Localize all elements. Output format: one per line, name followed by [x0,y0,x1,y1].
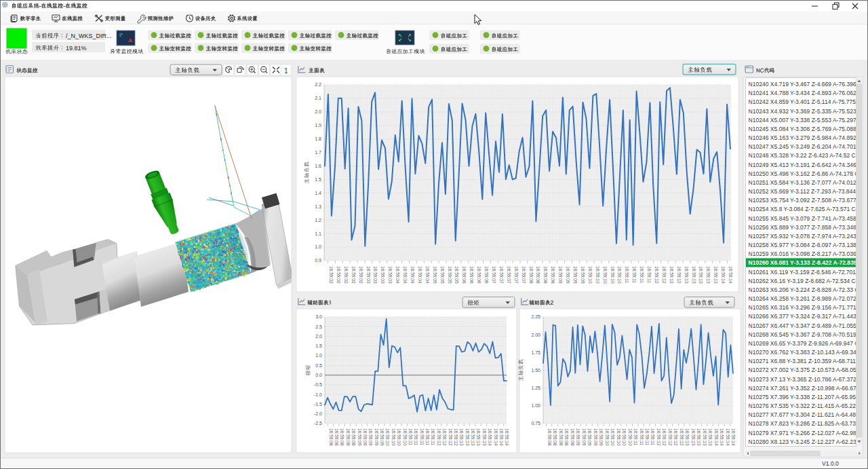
svg-text:16:59:11: 16:59:11 [639,428,644,446]
svg-text:16:59:13: 16:59:13 [476,428,481,446]
svg-text:N10254 X5.8 Y-3.084 Z-7.625 A-: N10254 X5.8 Y-3.084 Z-7.625 A-73.571 C= [749,206,859,212]
svg-text:16:59:14: 16:59:14 [719,428,724,446]
svg-text:3.0: 3.0 [315,314,322,319]
svg-text:-0.5: -0.5 [314,382,322,387]
svg-text:16:59:13: 16:59:13 [684,266,689,284]
svg-text:N10265 X6.316 Y-3.296 Z-9.156: N10265 X6.316 Y-3.296 Z-9.156 A-71.771 [749,304,856,311]
svg-text:16:59:03: 16:59:03 [366,266,371,284]
svg-text:16:59:08: 16:59:08 [559,428,564,446]
svg-text:N10262 X6.16 Y-3.19 Z-8.682 A-: N10262 X6.16 Y-3.19 Z-8.682 A-72.534 C= [749,278,859,284]
svg-text:16:59:10: 16:59:10 [610,428,615,446]
svg-text:16:59:14: 16:59:14 [728,266,733,284]
svg-text:16:59:07: 16:59:07 [521,266,526,284]
svg-text:16:59:13: 16:59:13 [691,428,696,446]
svg-text:N10263 X6.206 Y-3.224 Z-8.828: N10263 X6.206 Y-3.224 Z-8.828 A-72.33 C [749,286,859,293]
svg-text:-1.0: -1.0 [314,392,322,397]
svg-text:1.1: 1.1 [315,231,321,236]
svg-text:16:59:06: 16:59:06 [484,266,489,284]
svg-text:16:59:12: 16:59:12 [662,266,667,284]
svg-text:16:59:07: 16:59:07 [514,266,519,284]
svg-text:/_N_WKS_DIR...: /_N_WKS_DIR... [66,33,112,39]
svg-text:2.0: 2.0 [315,109,321,114]
svg-text:N10268 X6.545 Y-3.367 Z-9.708: N10268 X6.545 Y-3.367 Z-9.708 A-70.519 [749,331,856,338]
svg-text:N10243 X4.932 Y-3.369 Z-5.335: N10243 X4.932 Y-3.369 Z-5.335 A-75.523 [749,108,856,115]
svg-text:16:59:05: 16:59:05 [448,266,452,284]
svg-text:16:59:09: 16:59:09 [593,428,598,446]
svg-text:2.00: 2.00 [531,333,540,337]
svg-text:16:59:13: 16:59:13 [713,266,718,284]
svg-text:16:59:10: 16:59:10 [616,428,621,446]
svg-text:1.00: 1.00 [531,403,540,408]
svg-text:16:59:04: 16:59:04 [395,266,400,284]
svg-text:2.25: 2.25 [531,314,540,319]
svg-text:N10252 X5.669 Y-3.112 Z-7.293: N10252 X5.669 Y-3.112 Z-7.293 A-73.844 [749,188,856,195]
svg-text:16:59:10: 16:59:10 [385,428,390,446]
svg-text:N10280 X8.123 Y-3.245 Z-12.227: N10280 X8.123 Y-3.245 Z-12.227 A-62.23 [749,438,856,445]
svg-text:N10260 X6.081 Y-3.133 Z-8.422: N10260 X6.081 Y-3.133 Z-8.422 A-72.835 [749,259,857,266]
svg-text:16:59:02: 16:59:02 [336,266,341,284]
svg-text:16:59:14: 16:59:14 [731,428,736,446]
svg-text:16:59:06: 16:59:06 [469,266,474,284]
svg-text:N10242 X4.859 Y-3.401 Z-5.114: N10242 X4.859 Y-3.401 Z-5.114 A-75.775 [749,98,856,105]
svg-text:16:59:10: 16:59:10 [622,428,627,446]
svg-text:1.7: 1.7 [315,150,321,155]
svg-text:N10245 X5.084 Y-3.308 Z-5.769: N10245 X5.084 Y-3.308 Z-5.769 A-75.088 [749,126,856,132]
svg-text:16:59:09: 16:59:09 [566,266,570,284]
svg-text:16:59:10: 16:59:10 [588,266,593,284]
svg-text:N10278 X7.823 Y-3.286 Z-11.825: N10278 X7.823 Y-3.286 Z-11.825 A-63.73 [749,420,856,427]
svg-text:16:59:11: 16:59:11 [625,266,629,284]
svg-text:N10244 X5.007 Y-3.338 Z-5.553: N10244 X5.007 Y-3.338 Z-5.553 A-75.297 [749,117,856,124]
svg-text:16:59:11: 16:59:11 [632,266,637,284]
svg-text:16:59:11: 16:59:11 [431,428,435,446]
svg-text:2.1: 2.1 [315,96,321,100]
svg-text:16:59:04: 16:59:04 [418,266,422,284]
svg-text:N10241 X4.788 Y-3.434 Z-4.893: N10241 X4.788 Y-3.434 Z-4.893 A-76.062 [749,90,856,96]
svg-text:N10277 X7.677 Y-3.304 Z-11.621: N10277 X7.677 Y-3.304 Z-11.621 A-64.48 [749,411,856,418]
svg-text:N10246 X5.163 Y-3.279 Z-5.984: N10246 X5.163 Y-3.279 Z-5.984 A-74.892 [749,134,856,141]
svg-text:16:59:09: 16:59:09 [368,428,373,446]
svg-text:16:59:14: 16:59:14 [714,428,719,446]
svg-text:1: 1 [284,67,288,75]
svg-text:0.5: 0.5 [315,363,322,368]
svg-text:N10256 X5.889 Y-3.077 Z-7.858: N10256 X5.889 Y-3.077 Z-7.858 A-73.348 [749,224,856,231]
svg-text:N10267 X6.447 Y-3.347 Z-9.489: N10267 X6.447 Y-3.347 Z-9.489 A-71.055 [749,322,856,329]
svg-text:16:59:13: 16:59:13 [459,428,464,446]
svg-text:N10250 X5.498 Y-3.162 Z-6.86 A: N10250 X5.498 Y-3.162 Z-6.86 A-74.178 C [749,170,859,177]
svg-text:16:59:05: 16:59:05 [433,266,437,284]
svg-text:16:59:11: 16:59:11 [414,428,418,446]
svg-text:16:59:13: 16:59:13 [471,428,475,446]
svg-text:16:59:11: 16:59:11 [420,428,425,446]
svg-text:0.9: 0.9 [315,258,321,263]
svg-text:16:59:10: 16:59:10 [605,428,610,446]
svg-text:16:59:09: 16:59:09 [357,428,362,446]
svg-text:N10274 X7.261 Y-3.352 Z-10.998: N10274 X7.261 Y-3.352 Z-10.998 A-66.67 [749,385,856,392]
svg-text:16:59:09: 16:59:09 [363,428,368,446]
svg-text:N10272 X7.002 Y-3.375 Z-10.573: N10272 X7.002 Y-3.375 Z-10.573 A-68.05 [749,367,856,373]
svg-text:16:59:09: 16:59:09 [587,428,592,446]
svg-text:16:59:08: 16:59:08 [329,428,334,446]
svg-text:16:59:13: 16:59:13 [708,428,713,446]
svg-text:16:59:14: 16:59:14 [488,428,492,446]
svg-text:16:59:02: 16:59:02 [329,266,334,284]
svg-text:16:59:11: 16:59:11 [639,266,644,284]
svg-text:16:59:12: 16:59:12 [448,428,453,446]
svg-text:N10266 X6.377 Y-3.324 Z-9.317: N10266 X6.377 Y-3.324 Z-9.317 A-71.443 [749,313,856,320]
svg-text:16:59:12: 16:59:12 [662,428,667,446]
svg-text:N10253 X5.754 Y-3.092 Z-7.508: N10253 X5.754 Y-3.092 Z-7.508 A-73.677 [749,197,856,204]
svg-text:16:59:11: 16:59:11 [650,428,655,446]
svg-text:16:59:12: 16:59:12 [673,428,678,446]
svg-text:V1.0.0: V1.0.0 [822,460,839,467]
svg-text:1.0: 1.0 [315,353,322,358]
svg-text:16:59:12: 16:59:12 [437,428,441,446]
svg-text:16:59:13: 16:59:13 [465,428,470,446]
svg-text:16:59:11: 16:59:11 [408,428,413,446]
svg-text:N10269 X6.65 Y-3.379 Z-9.926 A: N10269 X6.65 Y-3.379 Z-9.926 A-69.947 C [749,340,859,347]
svg-text:16:59:13: 16:59:13 [482,428,487,446]
svg-text:16:59:10: 16:59:10 [397,428,401,446]
svg-text:16:59:12: 16:59:12 [668,428,673,446]
svg-text:16:59:02: 16:59:02 [359,266,363,284]
svg-text:0.0: 0.0 [315,373,322,377]
svg-text:N10259 X6.016 Y-3.098 Z-8.217: N10259 X6.016 Y-3.098 Z-8.217 A-73.036 [749,250,856,257]
svg-text:2.5: 2.5 [315,324,322,329]
svg-text:N10276 X7.535 Y-3.322 Z-11.415: N10276 X7.535 Y-3.322 Z-11.415 A-65.22 [749,402,856,409]
